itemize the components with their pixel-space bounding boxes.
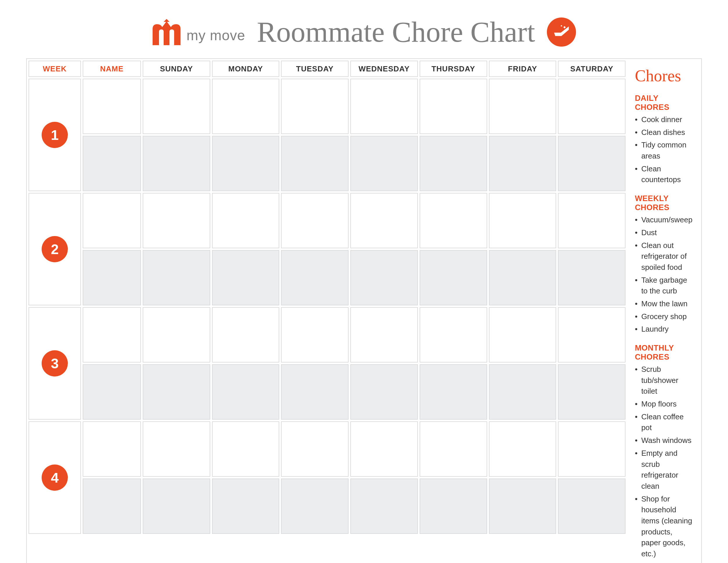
cell[interactable] (350, 193, 418, 248)
cell[interactable] (558, 421, 625, 477)
cell[interactable] (83, 421, 141, 477)
cell[interactable] (83, 136, 141, 191)
col-week: WEEK (29, 61, 81, 77)
cell[interactable] (83, 193, 141, 248)
cell[interactable] (143, 193, 210, 248)
cell[interactable] (143, 79, 210, 134)
cell[interactable] (420, 421, 487, 477)
section-heading-daily: DAILY CHORES (635, 94, 692, 112)
main: WEEK NAME SUNDAY MONDAY TUESDAY WEDNESDA… (26, 58, 702, 563)
cell[interactable] (420, 193, 487, 248)
list-item: Dust (635, 227, 692, 238)
cell[interactable] (212, 364, 280, 420)
cell[interactable] (83, 250, 141, 306)
list-item: Clean countertops (635, 163, 692, 185)
cell[interactable] (420, 79, 487, 134)
table-row: 3 (29, 307, 625, 363)
weekly-chores-list: Vacuum/sweep Dust Clean out refrigerator… (635, 214, 692, 335)
cell[interactable] (420, 136, 487, 191)
cell[interactable] (143, 479, 210, 534)
cell[interactable] (281, 136, 349, 191)
cell[interactable] (489, 250, 556, 306)
week-number-badge: 3 (42, 350, 68, 377)
svg-rect-0 (563, 26, 566, 28)
week-number-badge: 2 (42, 236, 68, 262)
chore-grid: WEEK NAME SUNDAY MONDAY TUESDAY WEDNESDA… (27, 59, 627, 563)
cell[interactable] (350, 250, 418, 306)
cell[interactable] (143, 250, 210, 306)
cell[interactable] (489, 79, 556, 134)
cell[interactable] (350, 79, 418, 134)
cell[interactable] (143, 307, 210, 363)
sidebar-title: Chores (635, 66, 692, 85)
list-item: Scrub tub/shower toilet (635, 364, 692, 397)
cell[interactable] (489, 136, 556, 191)
section-heading-weekly: WEEKLY CHORES (635, 194, 692, 212)
table-row (29, 250, 625, 306)
cell[interactable] (420, 307, 487, 363)
cell[interactable] (281, 250, 349, 306)
cell[interactable] (281, 79, 349, 134)
col-day: SATURDAY (558, 61, 625, 77)
cell[interactable] (212, 136, 280, 191)
cell[interactable] (558, 250, 625, 306)
table-row (29, 479, 625, 534)
cell[interactable] (212, 307, 280, 363)
cell[interactable] (558, 79, 625, 134)
list-item: Wash windows (635, 435, 692, 446)
cell[interactable] (558, 193, 625, 248)
chore-table: WEEK NAME SUNDAY MONDAY TUESDAY WEDNESDA… (27, 59, 627, 536)
cell[interactable] (350, 364, 418, 420)
cell[interactable] (558, 136, 625, 191)
cell[interactable] (143, 421, 210, 477)
cell[interactable] (212, 79, 280, 134)
cell[interactable] (350, 479, 418, 534)
cell[interactable] (281, 421, 349, 477)
cell[interactable] (212, 479, 280, 534)
cell[interactable] (281, 479, 349, 534)
cell[interactable] (489, 364, 556, 420)
cell[interactable] (558, 364, 625, 420)
cell[interactable] (558, 479, 625, 534)
table-row (29, 364, 625, 420)
cell[interactable] (489, 193, 556, 248)
cell[interactable] (350, 421, 418, 477)
cell[interactable] (281, 193, 349, 248)
cell[interactable] (281, 307, 349, 363)
table-row: 2 (29, 193, 625, 248)
cell[interactable] (143, 136, 210, 191)
list-item: Clean dishes (635, 127, 692, 138)
cell[interactable] (83, 479, 141, 534)
cell[interactable] (420, 364, 487, 420)
list-item: Mop floors (635, 399, 692, 410)
cell[interactable] (83, 79, 141, 134)
list-item: Clean coffee pot (635, 412, 692, 433)
cell[interactable] (558, 307, 625, 363)
cell[interactable] (420, 250, 487, 306)
cell[interactable] (281, 364, 349, 420)
cell[interactable] (420, 479, 487, 534)
cell[interactable] (489, 479, 556, 534)
cell[interactable] (143, 364, 210, 420)
cell[interactable] (350, 136, 418, 191)
brand-logo: my move (152, 19, 245, 45)
cell[interactable] (489, 307, 556, 363)
cell[interactable] (489, 421, 556, 477)
list-item: Take garbage to the curb (635, 275, 692, 297)
cell[interactable] (83, 307, 141, 363)
header: my move Roommate Chore Chart (26, 17, 702, 47)
list-item: Shop for household items (cleaning produ… (635, 494, 692, 560)
table-row: 1 (29, 79, 625, 134)
list-item: Cook dinner (635, 114, 692, 125)
monthly-chores-list: Scrub tub/shower toilet Mop floors Clean… (635, 364, 692, 560)
cell[interactable] (212, 421, 280, 477)
cell[interactable] (350, 307, 418, 363)
col-day: FRIDAY (489, 61, 556, 77)
cell[interactable] (212, 193, 280, 248)
week-cell: 4 (29, 421, 81, 534)
list-item: Tidy common areas (635, 140, 692, 161)
logo-m-icon (152, 19, 181, 45)
cell[interactable] (83, 364, 141, 420)
section-heading-monthly: MONTHLY CHORES (635, 344, 692, 362)
cell[interactable] (212, 250, 280, 306)
